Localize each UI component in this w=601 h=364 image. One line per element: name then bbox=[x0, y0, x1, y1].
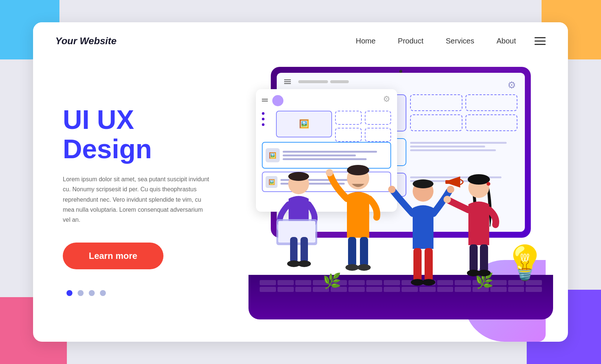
panel-bottom-card: 🖼️ bbox=[262, 172, 391, 192]
screen-topbar-bars bbox=[298, 80, 349, 83]
topbar-bar-1 bbox=[298, 80, 328, 83]
key-12 bbox=[455, 280, 471, 285]
hero-illustration: ⚙ bbox=[256, 59, 546, 342]
learn-more-button[interactable]: Learn more bbox=[63, 243, 163, 269]
key-32 bbox=[526, 287, 542, 292]
panel-dashed-row-1 bbox=[335, 111, 391, 125]
svg-rect-11 bbox=[348, 237, 356, 267]
panel-dashed-column bbox=[335, 111, 391, 142]
svg-rect-28 bbox=[480, 244, 488, 272]
carousel-dots bbox=[63, 290, 241, 296]
floating-panel-menu-icon bbox=[262, 99, 268, 103]
panel-bottom-bar-2 bbox=[280, 183, 345, 185]
nav-item-product[interactable]: Product bbox=[398, 37, 423, 45]
screen-dashed-grid bbox=[410, 94, 517, 131]
panel-bottom-bars bbox=[280, 179, 387, 185]
svg-point-7 bbox=[298, 260, 311, 267]
panel-bar-1 bbox=[283, 151, 377, 153]
svg-rect-5 bbox=[300, 237, 308, 263]
panel-blue-card: 🖼️ bbox=[262, 142, 391, 169]
nav-link-services[interactable]: Services bbox=[446, 37, 474, 45]
key-17 bbox=[260, 287, 276, 292]
panel-dashed-cell-3 bbox=[335, 128, 362, 142]
hero-description: Lorem ipsum dolor sit amet, sea putant s… bbox=[63, 174, 211, 225]
key-6 bbox=[348, 280, 365, 285]
nav-item-services[interactable]: Services bbox=[446, 37, 474, 45]
topbar-bar-2 bbox=[330, 80, 349, 83]
hamburger-line-2 bbox=[535, 40, 546, 42]
panel-side-dots bbox=[262, 111, 273, 142]
nav-item-about[interactable]: About bbox=[497, 37, 516, 45]
floating-panel-avatar bbox=[272, 95, 283, 106]
hamburger-menu-button[interactable] bbox=[535, 37, 546, 45]
panel-dashed-cell-2 bbox=[365, 111, 392, 125]
dot-4[interactable] bbox=[100, 290, 106, 296]
svg-rect-4 bbox=[290, 237, 298, 263]
key-18 bbox=[277, 287, 294, 292]
screen-bottom-bars bbox=[410, 173, 517, 197]
nav-link-home[interactable]: Home bbox=[356, 37, 376, 45]
key-28 bbox=[455, 287, 471, 292]
dot-1[interactable] bbox=[66, 290, 72, 296]
key-24 bbox=[384, 287, 400, 292]
panel-dot-3 bbox=[262, 123, 264, 126]
gear-icon: ⚙ bbox=[507, 79, 516, 91]
hero-left-content: UI UX Design Lorem ipsum dolor sit amet,… bbox=[63, 105, 256, 296]
panel-dashed-cell-1 bbox=[335, 111, 362, 125]
key-10 bbox=[419, 280, 436, 285]
fp-menu-line-1 bbox=[262, 99, 268, 100]
dashed-cell-1 bbox=[410, 94, 462, 111]
key-1 bbox=[260, 280, 276, 285]
svg-point-6 bbox=[287, 260, 300, 267]
dot-2[interactable] bbox=[78, 290, 84, 296]
panel-bar-2 bbox=[283, 155, 356, 156]
key-31 bbox=[508, 287, 524, 292]
key-3 bbox=[295, 280, 312, 285]
key-9 bbox=[402, 280, 418, 285]
plant-decoration-right: 🌿 bbox=[475, 272, 494, 290]
dashed-cell-3 bbox=[410, 114, 462, 131]
panel-dashed-row-2 bbox=[335, 128, 391, 142]
key-2 bbox=[277, 280, 294, 285]
hero-section: UI UX Design Lorem ipsum dolor sit amet,… bbox=[33, 59, 568, 342]
floating-panel-content: 🖼️ bbox=[262, 111, 391, 142]
panel-image-card: 🖼️ bbox=[276, 111, 332, 137]
key-8 bbox=[384, 280, 400, 285]
panel-bottom-bar-1 bbox=[280, 179, 366, 181]
nav-link-about[interactable]: About bbox=[497, 37, 516, 45]
dashed-cell-4 bbox=[465, 114, 518, 131]
hamburger-line-1 bbox=[535, 37, 546, 38]
fp-menu-line-2 bbox=[262, 101, 268, 101]
screen-menu-icon bbox=[284, 79, 291, 84]
key-25 bbox=[402, 287, 418, 292]
hero-title-line1: UI UX bbox=[63, 105, 134, 134]
hero-title-line2: Design bbox=[63, 134, 152, 164]
floating-panel-topbar bbox=[262, 95, 391, 106]
hamburger-line-3 bbox=[535, 44, 546, 45]
dot-3[interactable] bbox=[89, 290, 95, 296]
nav-link-product[interactable]: Product bbox=[398, 37, 423, 45]
panel-dot-2 bbox=[262, 118, 264, 120]
screen-menu-line-2 bbox=[284, 81, 291, 82]
svg-rect-27 bbox=[470, 244, 478, 272]
panel-bar-3 bbox=[283, 158, 367, 160]
panel-dashed-cell-4 bbox=[365, 128, 392, 142]
plant-decoration-left: 🌿 bbox=[323, 272, 341, 290]
key-19 bbox=[295, 287, 312, 292]
nav-item-home[interactable]: Home bbox=[356, 37, 376, 45]
main-card: Your Website Home Product Services About bbox=[33, 22, 568, 342]
screen-topbar bbox=[284, 79, 517, 84]
lightbulb-decoration: 💡 bbox=[504, 243, 546, 282]
panel-blue-image: 🖼️ bbox=[266, 148, 280, 162]
laptop-camera bbox=[399, 70, 402, 73]
screen-right-bars bbox=[410, 138, 517, 166]
panel-bottom-image: 🖼️ bbox=[266, 176, 277, 188]
key-22 bbox=[348, 287, 365, 292]
key-26 bbox=[419, 287, 436, 292]
hero-title: UI UX Design bbox=[63, 105, 241, 164]
laptop-illustration: ⚙ bbox=[248, 67, 553, 319]
panel-bar-group bbox=[283, 151, 387, 160]
screen-menu-line-3 bbox=[284, 83, 291, 84]
floating-ui-panel: ⚙ 🖼️ bbox=[256, 89, 397, 212]
navbar: Your Website Home Product Services About bbox=[33, 22, 568, 59]
